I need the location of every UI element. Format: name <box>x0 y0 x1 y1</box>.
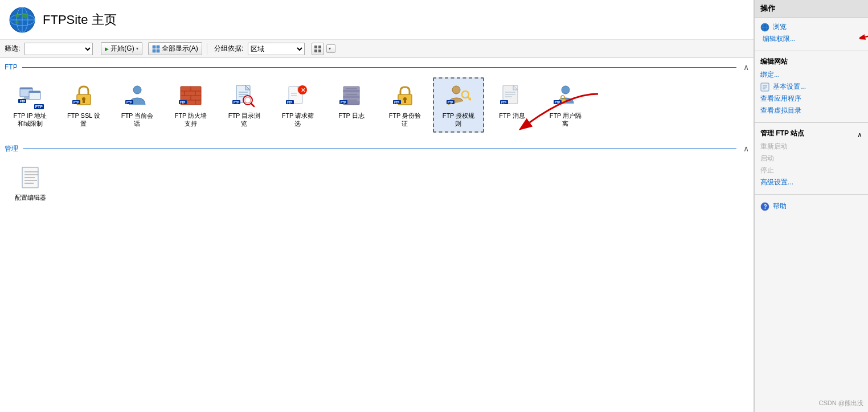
svg-line-74 <box>470 98 471 99</box>
svg-rect-15 <box>24 97 28 98</box>
ftp-ip-label: FTP IP 地址和域限制 <box>14 112 47 128</box>
page-header: FTPSite 主页 <box>0 0 754 40</box>
svg-rect-10 <box>318 46 321 48</box>
ftp-browse-icon: FTP <box>231 82 258 109</box>
manage-ftp-section: 管理 FTP 站点 ∧ 重新启动 启动 停止 高级设置... <box>755 125 868 192</box>
ftp-browse-item[interactable]: FTP FTP 目录浏览 <box>219 77 270 133</box>
ftp-auth-rules-item[interactable]: FTP FTP 授权规则 <box>433 77 484 133</box>
browse-link[interactable]: 浏览 <box>773 21 787 33</box>
svg-text:FTP: FTP <box>180 101 186 104</box>
svg-line-75 <box>469 99 470 100</box>
sidebar-header: 操作 <box>755 0 868 18</box>
svg-text:FTP: FTP <box>234 101 239 104</box>
watermark: CSDN @熊出没 <box>819 399 863 407</box>
toolbar-separator <box>207 43 207 55</box>
ftp-auth-rules-icon: FTP <box>445 82 472 109</box>
ftp-ssl-item[interactable]: FTP FTP SSL 设置 <box>58 77 109 133</box>
svg-text:FTP: FTP <box>73 101 79 104</box>
ftp-ip-icon: FTP FTP <box>17 82 44 109</box>
view-vdir-link[interactable]: 查看虚拟目录 <box>760 105 862 117</box>
svg-point-26 <box>133 86 141 94</box>
svg-text:FTP: FTP <box>20 100 26 103</box>
svg-rect-12 <box>318 50 321 52</box>
manage-section-header: 管理 ∧ <box>5 144 749 154</box>
manage-section-title: 管理 <box>5 144 18 154</box>
ftp-session-item[interactable]: FTP FTP 当前会话 <box>112 77 163 133</box>
toolbar: 筛选: ▶ 开始(G) ▾ 全部显示(A) 分组依据: 区域 <box>0 40 754 58</box>
sidebar-divider-3 <box>755 194 868 195</box>
svg-rect-6 <box>157 46 159 48</box>
filter-label: 筛选: <box>5 44 20 53</box>
svg-rect-8 <box>157 50 159 52</box>
svg-rect-18 <box>29 91 40 93</box>
manage-ftp-collapse[interactable]: ∧ <box>857 131 862 139</box>
view-grid-icon <box>314 45 322 53</box>
svg-text:FTP: FTP <box>341 101 346 104</box>
ftp-collapse-button[interactable]: ∧ <box>743 63 749 72</box>
start-link: 启动 <box>760 153 862 164</box>
edit-permissions-link[interactable]: 编辑权限... <box>763 33 862 45</box>
filter-select[interactable] <box>24 43 93 55</box>
sidebar-browse-section: 浏览 编辑权限... <box>755 18 868 48</box>
browse-icon <box>760 23 769 32</box>
svg-text:FTP: FTP <box>394 101 400 104</box>
restart-link: 重新启动 <box>760 141 862 153</box>
config-editor-item[interactable]: 配置编辑器 <box>5 159 56 206</box>
group-label: 分组依据: <box>214 44 243 53</box>
edit-website-title: 编辑网站 <box>760 57 862 67</box>
basic-settings-icon <box>760 83 769 92</box>
ftp-log-label: FTP 日志 <box>338 112 365 120</box>
ftp-auth-item[interactable]: FTP FTP 身份验证 <box>379 77 431 133</box>
help-link[interactable]: 帮助 <box>773 200 787 212</box>
ftp-firewall-icon: FTP <box>177 82 204 109</box>
view-dropdown-button[interactable]: ▾ <box>326 44 335 53</box>
ftp-filter-item[interactable]: ✕ FTP FTP 请求筛选 <box>272 77 324 133</box>
view-dropdown-arrow: ▾ <box>329 46 331 51</box>
ftp-firewall-item[interactable]: FTP FTP 防火墙支持 <box>165 77 216 133</box>
show-all-icon <box>152 45 160 53</box>
ftp-isolation-label: FTP 用户隔离 <box>550 112 582 128</box>
svg-text:?: ? <box>764 204 767 210</box>
ftp-section-header: FTP ∧ <box>5 63 749 72</box>
svg-text:FTP: FTP <box>448 101 453 104</box>
ftp-auth-rules-label: FTP 授权规则 <box>443 112 475 128</box>
ftp-ip-item[interactable]: FTP FTP FTP IP 地址和域限制 <box>5 77 56 133</box>
ftp-icon-grid: FTP FTP FTP IP 地址和域限制 <box>5 75 749 139</box>
view-mode-button[interactable] <box>312 43 324 55</box>
ftp-isolation-item[interactable]: FTP FTP 用户隔离 <box>540 77 591 133</box>
manage-ftp-title: 管理 FTP 站点 <box>760 129 804 138</box>
svg-rect-59 <box>343 92 359 96</box>
svg-rect-7 <box>153 50 155 52</box>
advanced-settings-link[interactable]: 高级设置... <box>760 176 862 188</box>
bind-link[interactable]: 绑定... <box>760 69 780 81</box>
ftp-filter-label: FTP 请求筛选 <box>282 112 314 128</box>
page-title: FTPSite 主页 <box>43 11 117 28</box>
ftp-ssl-icon: FTP <box>70 82 97 109</box>
manage-section-line <box>23 149 736 149</box>
ftp-session-icon: FTP <box>124 82 151 109</box>
manage-collapse-button[interactable]: ∧ <box>743 144 749 153</box>
help-icon: ? <box>760 202 769 211</box>
ftp-session-label: FTP 当前会话 <box>121 112 154 128</box>
ftp-section-title: FTP <box>5 63 18 71</box>
ftp-section: FTP ∧ <box>5 63 749 139</box>
ftp-section-line <box>22 67 736 68</box>
group-select[interactable]: 区域 <box>248 43 305 55</box>
view-app-link[interactable]: 查看应用程序 <box>760 93 862 105</box>
svg-rect-11 <box>314 50 317 52</box>
svg-rect-14 <box>20 88 32 89</box>
globe-icon <box>9 6 36 34</box>
stop-link: 停止 <box>760 164 862 176</box>
ftp-log-item[interactable]: FTP FTP 日志 <box>326 77 377 133</box>
svg-line-47 <box>251 104 255 107</box>
config-editor-icon <box>17 164 44 191</box>
show-all-label: 全部显示(A) <box>162 44 198 53</box>
ftp-message-icon: FTP <box>498 82 526 109</box>
basic-settings-link[interactable]: 基本设置... <box>773 81 806 93</box>
svg-point-84 <box>562 86 570 94</box>
show-all-button[interactable]: 全部显示(A) <box>148 42 202 55</box>
ftp-message-item[interactable]: FTP FTP 消息 <box>486 77 538 133</box>
svg-rect-9 <box>314 46 317 48</box>
ftp-message-label: FTP 消息 <box>499 112 525 120</box>
start-button[interactable]: ▶ 开始(G) ▾ <box>101 42 142 55</box>
